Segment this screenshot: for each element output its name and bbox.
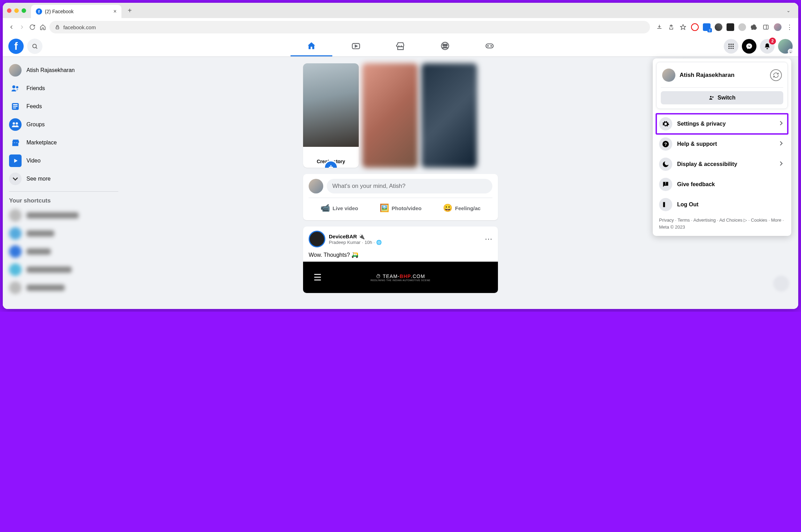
extension-brush[interactable] — [738, 23, 746, 31]
install-icon[interactable] — [656, 23, 663, 31]
account-button[interactable]: ⌄ — [778, 39, 793, 54]
avatar[interactable] — [309, 179, 323, 193]
composer: What's on your mind, Atish? 📹Live video … — [303, 174, 498, 220]
extension-send[interactable] — [727, 23, 734, 31]
shortcut-item-blurred[interactable] — [6, 261, 122, 279]
svg-point-4 — [33, 44, 37, 48]
forward-button[interactable] — [18, 23, 26, 31]
browser-tab[interactable]: f (2) Facebook × — [31, 5, 121, 18]
bookmark-star-icon[interactable] — [679, 23, 687, 31]
traffic-zoom[interactable] — [22, 8, 26, 13]
shortcut-item-blurred[interactable] — [6, 224, 122, 243]
create-story-card[interactable]: Create story + — [303, 63, 359, 168]
video-icon — [9, 154, 22, 167]
sidebar-label: Marketplace — [26, 140, 57, 146]
composer-live-video[interactable]: 📹Live video — [309, 201, 370, 215]
shortcut-item-blurred[interactable] — [6, 206, 122, 224]
post-menu-icon[interactable]: ⋯ — [485, 235, 492, 244]
back-button[interactable] — [8, 23, 15, 31]
svg-point-34 — [712, 96, 714, 98]
traffic-minimize[interactable] — [14, 8, 19, 13]
sidebar-item-groups[interactable]: Groups — [6, 116, 122, 134]
extensions-icon[interactable] — [750, 23, 758, 31]
tabs-overflow-icon[interactable]: ⌄ — [783, 6, 794, 15]
url-field[interactable]: facebook.com — [49, 21, 650, 33]
help-icon: ? — [659, 137, 672, 151]
menu-profile-row[interactable]: Atish Rajasekharan — [661, 66, 783, 84]
share-icon[interactable] — [667, 23, 675, 31]
svg-point-21 — [729, 48, 730, 49]
extension-eyes[interactable] — [715, 23, 722, 31]
sidebar-label: Groups — [26, 121, 45, 128]
sidebar-item-video[interactable]: Video — [6, 152, 122, 170]
story-card[interactable] — [362, 63, 418, 168]
svg-point-31 — [16, 122, 18, 125]
traffic-close[interactable] — [7, 8, 11, 13]
tab-watch[interactable] — [335, 36, 377, 56]
composer-photo-video[interactable]: 🖼️Photo/video — [370, 201, 431, 215]
search-button[interactable] — [27, 39, 42, 54]
svg-rect-0 — [56, 27, 59, 29]
menu-help-support[interactable]: ? Help & support — [656, 134, 788, 154]
feeds-icon — [9, 100, 22, 113]
messenger-button[interactable] — [742, 39, 756, 54]
svg-point-10 — [445, 44, 447, 46]
home-button[interactable] — [39, 23, 47, 31]
sidebar-item-friends[interactable]: Friends — [6, 79, 122, 97]
sidebar-item-feeds[interactable]: Feeds — [6, 97, 122, 116]
menu-give-feedback[interactable]: ! Give feedback — [656, 174, 788, 194]
shortcut-item-blurred[interactable] — [6, 243, 122, 261]
feedback-icon: ! — [659, 178, 672, 191]
chrome-profile[interactable] — [774, 23, 782, 31]
composer-input[interactable]: What's on your mind, Atish? — [327, 179, 492, 193]
sidepanel-icon[interactable] — [762, 23, 770, 31]
sidebar-item-see-more[interactable]: See more — [6, 170, 122, 188]
svg-point-33 — [710, 96, 712, 98]
notifications-button[interactable]: 2 — [760, 39, 775, 54]
post-author[interactable]: Pradeep Kumar — [329, 240, 360, 245]
menu-footer[interactable]: Privacy · Terms · Advertising · Ad Choic… — [656, 215, 788, 232]
new-tab-button[interactable]: + — [125, 5, 135, 16]
tab-home[interactable] — [291, 36, 332, 56]
post-image[interactable]: ☰ ⏱ TEAM-BHP.COM REDLINING THE INDIAN AU… — [303, 262, 498, 293]
svg-point-30 — [13, 122, 15, 125]
notifications-badge: 2 — [769, 38, 776, 45]
menu-log-out[interactable]: Log Out — [656, 194, 788, 215]
post: DeviceBAR 🔌 Pradeep Kumar · 10h · 🌐 ⋯ Wo… — [303, 227, 498, 293]
svg-rect-2 — [763, 25, 768, 29]
menu-settings-privacy[interactable]: Settings & privacy — [656, 114, 788, 134]
menu-display-accessibility[interactable]: Display & accessibility — [656, 154, 788, 174]
moon-icon — [659, 158, 672, 171]
svg-line-5 — [36, 47, 37, 49]
svg-point-22 — [730, 48, 731, 49]
hamburger-icon: ☰ — [314, 272, 322, 283]
avatar-icon — [9, 64, 22, 77]
tab-groups[interactable] — [424, 36, 466, 56]
post-page-name[interactable]: DeviceBAR 🔌 — [329, 233, 382, 240]
close-tab-icon[interactable]: × — [113, 8, 117, 15]
new-message-fab[interactable] — [773, 276, 789, 292]
tab-marketplace[interactable] — [380, 36, 421, 56]
svg-text:!: ! — [665, 182, 666, 185]
extension-adblock[interactable] — [691, 23, 699, 31]
facebook-header: f 2 ⌄ — [3, 36, 798, 56]
composer-feeling[interactable]: 😀Feeling/ac — [431, 201, 492, 215]
tab-gaming[interactable] — [469, 36, 510, 56]
chrome-menu-icon[interactable]: ⋮ — [786, 23, 793, 31]
extension-blue[interactable]: 2 — [703, 23, 711, 31]
shortcut-item-blurred[interactable] — [6, 279, 122, 297]
photo-icon: 🖼️ — [380, 204, 389, 213]
facebook-logo[interactable]: f — [8, 39, 24, 54]
svg-point-9 — [443, 44, 445, 46]
sidebar-label: Atish Rajasekharan — [26, 67, 75, 73]
sidebar-item-marketplace[interactable]: Marketplace — [6, 134, 122, 152]
shortcuts-heading: Your shortcuts — [6, 195, 122, 206]
reload-button[interactable] — [29, 23, 36, 31]
story-card[interactable] — [421, 63, 477, 168]
switch-button[interactable]: Switch — [661, 91, 783, 104]
sidebar-item-profile[interactable]: Atish Rajasekharan — [6, 61, 122, 79]
post-avatar[interactable] — [309, 231, 325, 247]
sync-icon[interactable] — [770, 69, 782, 81]
menu-grid-button[interactable] — [724, 39, 738, 54]
svg-rect-27 — [13, 104, 18, 105]
